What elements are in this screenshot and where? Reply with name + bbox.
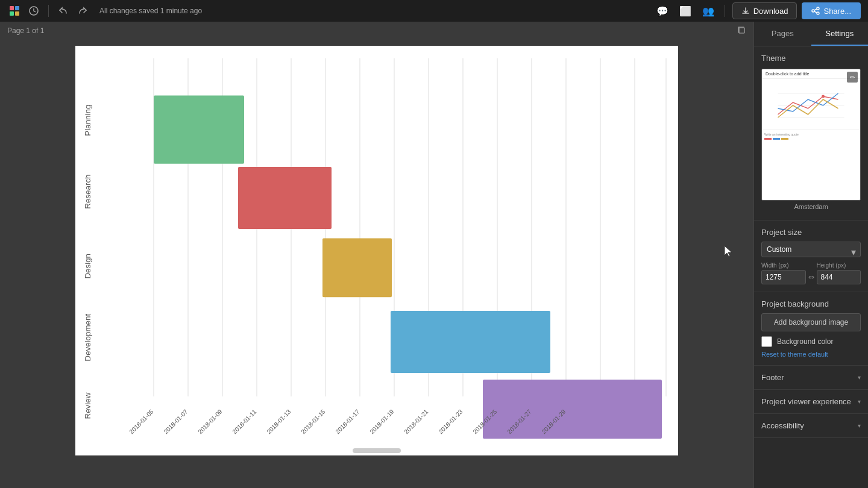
bg-color-label: Background color: [777, 337, 833, 346]
divider: [48, 5, 49, 17]
svg-text:Design: Design: [83, 254, 92, 279]
sidebar-tabs: Pages Settings: [754, 22, 868, 46]
theme-preview-inner: Double-click to add title: [762, 69, 860, 200]
theme-name: Amsterdam: [761, 201, 861, 213]
share-users-icon[interactable]: 👥: [699, 2, 717, 20]
comment-icon[interactable]: 💬: [653, 2, 671, 20]
footer-section: Footer ▾: [754, 366, 868, 390]
svg-rect-3: [15, 11, 19, 16]
project-bg-title: Project background: [761, 299, 861, 308]
footer-title: Footer: [761, 373, 784, 382]
svg-text:2018-01-11: 2018-01-11: [231, 408, 258, 435]
svg-text:2018-01-17: 2018-01-17: [335, 408, 361, 435]
divider2: [725, 5, 725, 17]
project-size-title: Project size: [761, 228, 861, 237]
canvas-area: Page 1 of 1: [0, 22, 753, 488]
accessibility-arrow-icon: ▾: [858, 422, 861, 429]
theme-preview-chart: [762, 79, 860, 128]
svg-text:2018-01-05: 2018-01-05: [128, 408, 155, 435]
project-viewer-arrow-icon: ▾: [858, 398, 861, 405]
theme-edit-button[interactable]: ✏: [847, 72, 858, 83]
svg-text:Review: Review: [83, 392, 92, 419]
svg-rect-0: [10, 6, 14, 10]
right-sidebar: Pages Settings Theme Double-click to add…: [753, 22, 868, 488]
footer-arrow-icon: ▾: [858, 374, 861, 381]
footer-header[interactable]: Footer ▾: [754, 366, 868, 389]
theme-preview-title: Double-click to add title: [762, 69, 860, 79]
svg-rect-33: [238, 167, 332, 229]
add-bg-image-button[interactable]: Add background image: [761, 313, 861, 331]
bg-color-swatch[interactable]: [761, 336, 772, 347]
svg-line-8: [814, 9, 817, 10]
height-label: Height (px): [817, 262, 861, 269]
undo-icon[interactable]: [56, 4, 71, 18]
project-viewer-header[interactable]: Project viewer experience ▾: [754, 390, 868, 413]
topbar: All changes saved 1 minute ago 💬 ⬜ 👥 Dow…: [0, 0, 868, 22]
download-button[interactable]: Download: [732, 2, 797, 19]
svg-point-53: [822, 95, 825, 98]
svg-text:2018-01-15: 2018-01-15: [300, 408, 327, 435]
svg-text:2018-01-21: 2018-01-21: [403, 408, 430, 435]
link-dimensions-icon[interactable]: ⇔: [808, 273, 814, 281]
tab-pages[interactable]: Pages: [754, 22, 811, 46]
canvas-toolbar: Page 1 of 1: [0, 22, 753, 40]
theme-section-title: Theme: [761, 54, 861, 63]
svg-text:2018-01-07: 2018-01-07: [163, 408, 189, 435]
canvas-scroll[interactable]: Planning Research Design Development Rev…: [0, 40, 753, 488]
svg-line-9: [814, 11, 817, 13]
project-viewer-section: Project viewer experience ▾: [754, 390, 868, 414]
theme-section: Theme Double-click to add title: [754, 46, 868, 221]
svg-text:2018-01-13: 2018-01-13: [266, 408, 292, 435]
canvas-page: Planning Research Design Development Rev…: [75, 46, 678, 455]
size-inputs: Width (px) ⇔ Height (px): [761, 262, 861, 284]
accessibility-section: Accessibility ▾: [754, 414, 868, 438]
svg-point-6: [817, 7, 819, 10]
height-input-group: Height (px): [817, 262, 861, 284]
svg-rect-35: [391, 311, 550, 373]
duplicate-icon[interactable]: [737, 25, 746, 37]
topbar-actions: 💬 ⬜ 👥 Download Share...: [653, 2, 861, 20]
bg-color-row: Background color: [761, 336, 861, 347]
reset-theme-default-link[interactable]: Reset to theme default: [761, 351, 861, 358]
download-icon: [741, 7, 750, 15]
project-bg-section: Project background Add background image …: [754, 292, 868, 366]
project-viewer-title: Project viewer experience: [761, 397, 851, 406]
svg-rect-2: [10, 11, 14, 16]
svg-text:2018-01-19: 2018-01-19: [369, 408, 395, 435]
accessibility-header[interactable]: Accessibility ▾: [754, 414, 868, 437]
scrollbar-indicator[interactable]: [353, 448, 401, 453]
svg-point-5: [812, 10, 814, 12]
page-label: Page 1 of 1: [7, 27, 44, 35]
share-icon: [811, 7, 820, 15]
theme-preview[interactable]: Double-click to add title: [761, 69, 861, 201]
project-size-select[interactable]: Custom: [761, 242, 861, 257]
accessibility-title: Accessibility: [761, 421, 804, 430]
svg-rect-1: [15, 6, 19, 10]
svg-rect-32: [154, 95, 244, 163]
svg-text:2018-01-23: 2018-01-23: [438, 408, 464, 435]
autosave-status: All changes saved 1 minute ago: [99, 7, 649, 15]
project-size-section: Project size Custom ▾ Width (px) ⇔ Heigh…: [754, 221, 868, 292]
history-icon[interactable]: [27, 4, 41, 18]
logo-icon[interactable]: [7, 4, 22, 18]
width-label: Width (px): [761, 262, 806, 269]
width-input[interactable]: [761, 270, 806, 284]
svg-point-7: [817, 12, 819, 14]
main-area: Page 1 of 1: [0, 22, 868, 488]
svg-text:2018-01-09: 2018-01-09: [197, 408, 224, 435]
svg-text:Development: Development: [83, 313, 92, 361]
svg-rect-10: [739, 28, 744, 33]
svg-text:Research: Research: [83, 174, 92, 208]
theme-preview-text: Write an interesting quote: [762, 130, 860, 142]
width-input-group: Width (px): [761, 262, 806, 284]
redo-icon[interactable]: [75, 4, 90, 18]
tab-settings[interactable]: Settings: [811, 22, 869, 46]
svg-text:Planning: Planning: [83, 105, 92, 136]
gantt-chart: Planning Research Design Development Rev…: [75, 46, 678, 455]
share-button[interactable]: Share...: [802, 2, 861, 19]
chat-icon[interactable]: ⬜: [676, 2, 694, 20]
svg-rect-34: [322, 238, 392, 297]
height-input[interactable]: [817, 270, 861, 284]
